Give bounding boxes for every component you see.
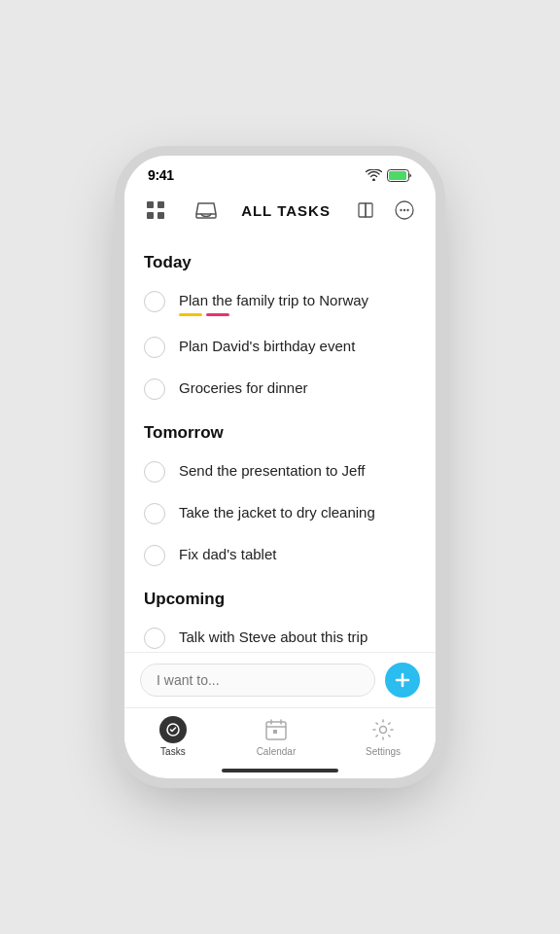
more-icon <box>395 200 414 220</box>
tag-pink <box>206 313 229 316</box>
battery-icon <box>387 169 412 182</box>
add-task-button[interactable] <box>385 663 420 698</box>
home-indicator <box>222 769 338 772</box>
task-item[interactable]: Plan David's birthday event <box>124 326 436 368</box>
settings-nav-icon <box>369 716 397 743</box>
task-text: Fix dad's tablet <box>179 544 276 564</box>
top-nav: ALL TASKS <box>124 189 436 235</box>
calendar-nav-label: Calendar <box>257 746 297 757</box>
section-header-today: Today <box>124 239 436 280</box>
book-icon <box>356 200 375 220</box>
grid-icon <box>147 201 164 219</box>
svg-rect-17 <box>273 730 277 734</box>
svg-rect-5 <box>158 212 164 219</box>
task-item[interactable]: Send the presentation to Jeff <box>124 450 436 492</box>
bottom-nav: Tasks Calendar <box>124 707 436 769</box>
task-checkbox[interactable] <box>144 337 165 358</box>
grid-menu-button[interactable] <box>140 195 171 226</box>
settings-nav-label: Settings <box>366 746 401 757</box>
inbox-button[interactable] <box>191 195 222 226</box>
svg-point-9 <box>406 209 408 211</box>
page-title: ALL TASKS <box>241 202 331 219</box>
section-header-tomorrow: Tomorrow <box>124 410 436 450</box>
task-item[interactable]: Groceries for dinner <box>124 368 436 410</box>
svg-point-8 <box>403 209 405 211</box>
svg-point-18 <box>380 727 387 734</box>
phone-shell: 9:41 <box>124 156 436 778</box>
task-item[interactable]: Talk with Steve about this trip <box>124 617 436 652</box>
inbox-icon <box>195 199 217 221</box>
svg-rect-3 <box>158 201 164 208</box>
task-text: Plan David's birthday event <box>179 336 355 356</box>
task-item[interactable]: Fix dad's tablet <box>124 534 436 576</box>
status-time: 9:41 <box>148 167 174 183</box>
task-item[interactable]: Plan the family trip to Norway <box>124 280 436 326</box>
task-list: TodayPlan the family trip to NorwayPlan … <box>124 235 436 652</box>
tasks-nav-icon <box>159 716 187 743</box>
quick-add-area <box>124 652 436 707</box>
task-checkbox[interactable] <box>144 545 165 566</box>
status-bar: 9:41 <box>124 156 436 189</box>
task-text: Groceries for dinner <box>179 377 308 398</box>
task-checkbox[interactable] <box>144 503 165 524</box>
svg-rect-1 <box>389 171 406 180</box>
status-icons <box>366 169 412 182</box>
task-checkbox[interactable] <box>144 461 165 483</box>
nav-item-settings[interactable]: Settings <box>366 716 401 757</box>
plus-icon <box>395 672 410 688</box>
task-checkbox[interactable] <box>144 628 165 649</box>
task-text: Send the presentation to Jeff <box>179 460 366 481</box>
wifi-icon <box>366 169 382 181</box>
more-button[interactable] <box>389 195 420 226</box>
book-button[interactable] <box>350 195 381 226</box>
svg-point-7 <box>400 209 402 211</box>
calendar-nav-icon <box>262 716 290 743</box>
task-item[interactable]: Take the jacket to dry cleaning <box>124 492 436 534</box>
svg-rect-4 <box>147 212 154 219</box>
nav-item-calendar[interactable]: Calendar <box>257 716 297 757</box>
svg-rect-2 <box>147 201 154 208</box>
task-checkbox[interactable] <box>144 291 165 312</box>
task-input[interactable] <box>140 664 375 697</box>
task-tags <box>179 313 368 316</box>
nav-item-tasks[interactable]: Tasks <box>159 716 187 757</box>
nav-right <box>350 195 420 226</box>
section-header-upcoming: Upcoming <box>124 576 436 617</box>
task-text: Plan the family trip to Norway <box>179 290 368 310</box>
task-checkbox[interactable] <box>144 378 165 400</box>
tag-yellow <box>179 313 202 316</box>
tasks-nav-label: Tasks <box>160 746 186 757</box>
task-text: Talk with Steve about this trip <box>179 627 368 647</box>
task-text: Take the jacket to dry cleaning <box>179 502 375 522</box>
